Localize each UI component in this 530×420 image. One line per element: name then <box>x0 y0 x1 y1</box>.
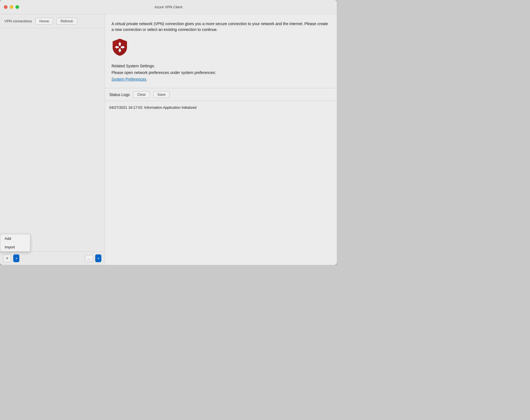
chevron-down-icon-2: ▾ <box>98 257 99 260</box>
main-layout: VPN connections Home Refresh + ▾ ... ▾ <box>0 14 337 265</box>
sidebar-bottom: + ▾ ... ▾ Add Import <box>0 251 105 265</box>
log-entry: 04/27/2021 16:17:02: Information Applica… <box>109 105 332 110</box>
related-settings-subtitle: Please open network preferences under sy… <box>112 70 330 76</box>
vpn-shield-icon <box>112 38 128 56</box>
info-section: A virtual private network (VPN) connecti… <box>105 14 337 88</box>
refresh-button[interactable]: Refresh <box>56 18 77 25</box>
titlebar: Azure VPN Client <box>0 0 337 14</box>
clear-button[interactable]: Clear <box>133 91 150 98</box>
traffic-lights <box>4 5 19 9</box>
plus-icon: + <box>6 256 8 261</box>
context-menu-import[interactable]: Import <box>0 243 30 251</box>
close-button[interactable] <box>4 5 7 9</box>
more-options-button[interactable]: ... <box>85 255 93 262</box>
related-settings: Related System Settings: Please open net… <box>112 63 330 83</box>
sidebar: VPN connections Home Refresh + ▾ ... ▾ <box>0 14 105 265</box>
right-panel: A virtual private network (VPN) connecti… <box>105 14 337 265</box>
save-button[interactable]: Save <box>153 91 170 98</box>
vpn-icon-container <box>112 38 330 57</box>
context-menu: Add Import <box>0 234 30 252</box>
more-dropdown-button[interactable]: ▾ <box>95 254 101 262</box>
sidebar-title: VPN connections <box>4 19 32 23</box>
home-button[interactable]: Home <box>35 18 53 25</box>
logs-toolbar: Status Logs Clear Save <box>105 88 337 101</box>
app-window: Azure VPN Client VPN connections Home Re… <box>0 0 337 265</box>
maximize-button[interactable] <box>15 5 19 9</box>
window-title: Azure VPN Client <box>154 5 182 9</box>
add-connection-button[interactable]: + <box>3 254 11 262</box>
related-settings-title: Related System Settings: <box>112 63 330 70</box>
logs-content: 04/27/2021 16:17:02: Information Applica… <box>105 101 337 265</box>
vpn-description: A virtual private network (VPN) connecti… <box>112 21 330 33</box>
add-dropdown-button[interactable]: ▾ <box>13 254 19 262</box>
sidebar-content <box>0 28 105 251</box>
logs-section: Status Logs Clear Save 04/27/2021 16:17:… <box>105 88 337 265</box>
minimize-button[interactable] <box>10 5 13 9</box>
sidebar-header: VPN connections Home Refresh <box>0 14 105 28</box>
logs-title: Status Logs <box>109 92 130 97</box>
chevron-down-icon: ▾ <box>16 257 17 260</box>
context-menu-add[interactable]: Add <box>0 234 30 243</box>
system-preferences-link[interactable]: System Preferences <box>112 77 146 81</box>
